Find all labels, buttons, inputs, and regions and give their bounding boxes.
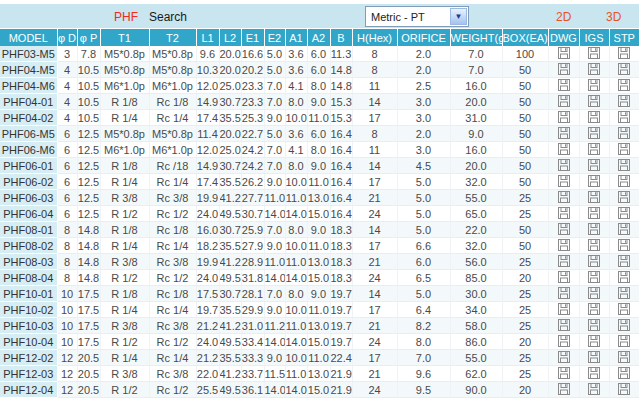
floppy-disk-icon[interactable] [558, 47, 570, 59]
floppy-disk-icon[interactable] [618, 223, 630, 235]
value-cell: 50 [502, 222, 548, 238]
floppy-disk-icon[interactable] [558, 303, 570, 315]
floppy-disk-icon[interactable] [588, 271, 600, 283]
floppy-disk-icon[interactable] [618, 159, 630, 171]
igs-download-cell [579, 318, 609, 334]
igs-download-cell [579, 334, 609, 350]
stp-download-cell [609, 110, 639, 126]
floppy-disk-icon[interactable] [588, 127, 600, 139]
floppy-disk-icon[interactable] [558, 95, 570, 107]
floppy-disk-icon[interactable] [618, 207, 630, 219]
link-3d[interactable]: 3D [606, 10, 621, 24]
floppy-disk-icon[interactable] [558, 271, 570, 283]
link-2d[interactable]: 2D [556, 10, 571, 24]
floppy-disk-icon[interactable] [588, 79, 600, 91]
value-cell: 50 [502, 126, 548, 142]
value-cell: 12 [57, 366, 77, 382]
floppy-disk-icon[interactable] [618, 95, 630, 107]
floppy-disk-icon[interactable] [558, 223, 570, 235]
floppy-disk-icon[interactable] [588, 63, 600, 75]
floppy-disk-icon[interactable] [618, 239, 630, 251]
floppy-disk-icon[interactable] [618, 127, 630, 139]
floppy-disk-icon[interactable] [588, 223, 600, 235]
dwg-download-cell [548, 142, 579, 158]
value-cell: 6 [57, 174, 77, 190]
model-cell: PHF10-03 [0, 318, 57, 334]
value-cell: 24.2 [241, 158, 264, 174]
floppy-disk-icon[interactable] [618, 63, 630, 75]
floppy-disk-icon[interactable] [618, 383, 630, 395]
floppy-disk-icon[interactable] [588, 143, 600, 155]
floppy-disk-icon[interactable] [588, 95, 600, 107]
value-cell: 12 [57, 350, 77, 366]
floppy-disk-icon[interactable] [558, 207, 570, 219]
floppy-disk-icon[interactable] [558, 127, 570, 139]
value-cell: 4 [57, 110, 77, 126]
floppy-disk-icon[interactable] [618, 351, 630, 363]
floppy-disk-icon[interactable] [588, 255, 600, 267]
floppy-disk-icon[interactable] [558, 367, 570, 379]
col-header-e1: E1 [241, 29, 264, 46]
floppy-disk-icon[interactable] [588, 383, 600, 395]
floppy-disk-icon[interactable] [558, 63, 570, 75]
floppy-disk-icon[interactable] [558, 351, 570, 363]
floppy-disk-icon[interactable] [618, 79, 630, 91]
floppy-disk-icon[interactable] [588, 207, 600, 219]
value-cell: R 3/8 [100, 318, 149, 334]
floppy-disk-icon[interactable] [618, 271, 630, 283]
floppy-disk-icon[interactable] [588, 351, 600, 363]
floppy-disk-icon[interactable] [588, 175, 600, 187]
floppy-disk-icon[interactable] [558, 159, 570, 171]
floppy-disk-icon[interactable] [588, 47, 600, 59]
floppy-disk-icon[interactable] [588, 287, 600, 299]
floppy-disk-icon[interactable] [618, 255, 630, 267]
floppy-disk-icon[interactable] [618, 111, 630, 123]
value-cell: 7.0 [264, 142, 285, 158]
value-cell: Rc 1/8 [149, 286, 196, 302]
floppy-disk-icon[interactable] [558, 191, 570, 203]
floppy-disk-icon[interactable] [588, 303, 600, 315]
value-cell: M6*1.0p [100, 142, 149, 158]
stp-download-cell [609, 222, 639, 238]
floppy-disk-icon[interactable] [618, 367, 630, 379]
value-cell: 17.5 [196, 286, 219, 302]
value-cell: R 1/4 [100, 302, 149, 318]
floppy-disk-icon[interactable] [588, 367, 600, 379]
value-cell: 2.5 [397, 78, 450, 94]
floppy-disk-icon[interactable] [558, 319, 570, 331]
floppy-disk-icon[interactable] [558, 287, 570, 299]
value-cell: 9.0 [264, 110, 285, 126]
value-cell: 18.3 [330, 238, 352, 254]
floppy-disk-icon[interactable] [558, 335, 570, 347]
floppy-disk-icon[interactable] [588, 319, 600, 331]
floppy-disk-icon[interactable] [618, 47, 630, 59]
floppy-disk-icon[interactable] [588, 239, 600, 251]
floppy-disk-icon[interactable] [558, 239, 570, 251]
floppy-disk-icon[interactable] [588, 159, 600, 171]
floppy-disk-icon[interactable] [588, 111, 600, 123]
floppy-disk-icon[interactable] [618, 191, 630, 203]
table-row: PHF08-03814.8R 3/8Rc 3/819.941.228.911.0… [0, 254, 639, 270]
floppy-disk-icon[interactable] [558, 175, 570, 187]
floppy-disk-icon[interactable] [588, 191, 600, 203]
floppy-disk-icon[interactable] [558, 143, 570, 155]
floppy-disk-icon[interactable] [618, 287, 630, 299]
value-cell: 25.0 [219, 142, 241, 158]
value-cell: 12.5 [77, 142, 100, 158]
value-cell: 25 [502, 366, 548, 382]
floppy-disk-icon[interactable] [618, 303, 630, 315]
floppy-disk-icon[interactable] [558, 111, 570, 123]
floppy-disk-icon[interactable] [558, 383, 570, 395]
value-cell: 10.5 [77, 78, 100, 94]
floppy-disk-icon[interactable] [588, 335, 600, 347]
model-cell: PHF08-02 [0, 238, 57, 254]
dropdown-arrow-icon[interactable]: ▼ [450, 8, 467, 25]
floppy-disk-icon[interactable] [618, 143, 630, 155]
value-cell: 10.5 [77, 94, 100, 110]
unit-select[interactable]: Metric - PT ▼ [365, 6, 469, 27]
floppy-disk-icon[interactable] [618, 319, 630, 331]
floppy-disk-icon[interactable] [618, 335, 630, 347]
floppy-disk-icon[interactable] [558, 79, 570, 91]
floppy-disk-icon[interactable] [558, 255, 570, 267]
floppy-disk-icon[interactable] [618, 175, 630, 187]
